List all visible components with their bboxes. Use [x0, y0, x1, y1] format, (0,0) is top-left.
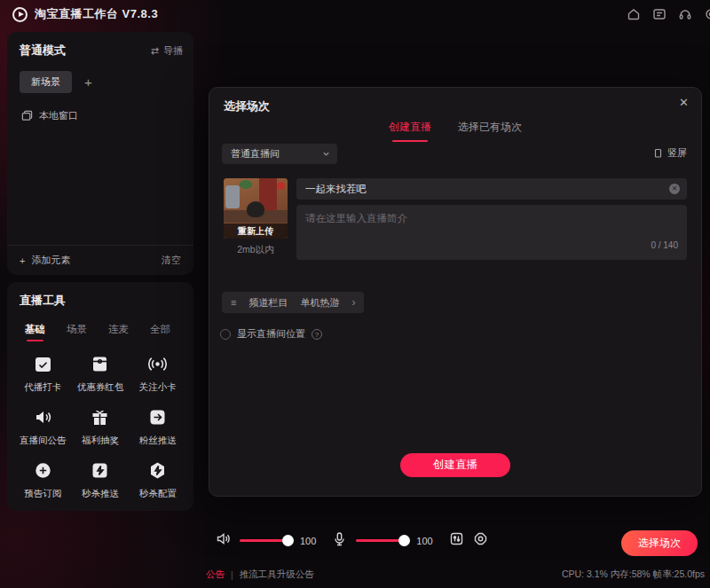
speaker-icon: [33, 407, 53, 427]
source-item-label: 本地窗口: [39, 109, 78, 122]
cover-upload[interactable]: 重新上传: [224, 178, 288, 239]
room-type-select[interactable]: 普通直播间: [222, 144, 337, 164]
director-label: 导播: [163, 44, 183, 58]
mic-slider[interactable]: [356, 535, 407, 547]
status-bar: 公告 | 推流工具升级公告 CPU: 3.1% 内存:58% 帧率:25.0fp…: [206, 568, 705, 581]
add-scene-button[interactable]: +: [84, 74, 92, 90]
create-live-button[interactable]: 创建直播: [400, 453, 510, 477]
director-mode-toggle[interactable]: ⇄ 导播: [151, 44, 183, 58]
tool-checkin[interactable]: 代播打卡: [14, 354, 72, 394]
channel-category-button[interactable]: ≡ 频道栏目 单机热游 ›: [222, 292, 364, 313]
tools-panel-title: 直播工具: [20, 293, 66, 309]
notice-link[interactable]: 推流工具升级公告: [240, 568, 314, 581]
checkbox-circle-icon[interactable]: [220, 329, 231, 340]
settings-icon[interactable]: [704, 7, 710, 21]
add-element-button[interactable]: + 添加元素: [20, 254, 70, 267]
chevron-down-icon: [322, 150, 330, 158]
window-icon: [21, 110, 33, 122]
app-title: 淘宝直播工作台 V7.8.3: [35, 6, 158, 22]
reupload-label[interactable]: 重新上传: [224, 223, 288, 239]
modal-title: 选择场次: [224, 98, 270, 114]
clear-button[interactable]: 清空: [162, 254, 181, 267]
location-label: 显示直播间位置: [237, 327, 305, 341]
volume-slider[interactable]: [240, 535, 291, 547]
channel-label: 频道栏目: [248, 296, 288, 310]
gift-icon: [90, 407, 110, 427]
volume-slider-knob[interactable]: [282, 535, 294, 546]
plus-icon: +: [20, 255, 25, 266]
bolt-square-icon: [90, 460, 110, 481]
microphone-icon[interactable]: [332, 531, 347, 550]
arrow-push-icon: [147, 407, 168, 427]
title-bar: 淘宝直播工作台 V7.8.3: [0, 0, 710, 28]
tool-flash-config[interactable]: 秒杀配置: [129, 460, 186, 500]
tab-create-live[interactable]: 创建直播: [389, 120, 431, 142]
select-session-button[interactable]: 选择场次: [621, 530, 698, 556]
clear-input-icon[interactable]: ✕: [669, 184, 680, 194]
tools-grid: 代播打卡 优惠券红包 关注小卡 直播间公告 福利抽奖 粉丝推送 预告订阅 秒杀: [7, 341, 193, 500]
tool-preview-subscribe[interactable]: 预告订阅: [14, 460, 72, 500]
show-location-checkbox[interactable]: 显示直播间位置 ?: [220, 327, 322, 341]
tool-follow-card[interactable]: 关注小卡: [129, 354, 186, 394]
live-desc-textarea[interactable]: [296, 205, 687, 260]
bolt-hexagon-icon: [147, 460, 168, 481]
mixer-icon[interactable]: [449, 531, 464, 550]
tool-flash-push[interactable]: 秒杀推送: [72, 460, 130, 500]
tab-basic[interactable]: 基础: [25, 323, 45, 341]
room-type-value: 普通直播间: [231, 147, 280, 161]
portrait-mode-toggle[interactable]: 竖屏: [653, 146, 687, 160]
tool-lucky-draw[interactable]: 福利抽奖: [72, 407, 130, 447]
list-icon: ≡: [231, 297, 236, 308]
tab-link-mic[interactable]: 连麦: [108, 323, 129, 341]
volume-icon[interactable]: [216, 531, 231, 550]
tool-fan-push[interactable]: 粉丝推送: [129, 407, 186, 447]
live-tools-panel: 直播工具 基础 场景 连麦 全部 代播打卡 优惠券红包 关注小卡 直播间公告 福…: [7, 282, 193, 511]
tool-coupon-redpacket[interactable]: 优惠券红包: [72, 354, 130, 394]
tab-scene[interactable]: 场景: [67, 323, 87, 341]
scene-tab-new[interactable]: 新场景: [20, 71, 72, 93]
performance-stats: CPU: 3.1% 内存:58% 帧率:25.0fps: [562, 568, 705, 581]
channel-value: 单机热游: [300, 296, 339, 310]
home-icon[interactable]: [627, 7, 641, 21]
char-counter: 0 / 140: [651, 240, 678, 250]
broadcast-icon: [147, 354, 168, 374]
live-title-input[interactable]: [296, 178, 687, 200]
source-item-local-window[interactable]: 本地窗口: [7, 93, 193, 122]
record-settings-icon[interactable]: [473, 531, 488, 550]
headset-icon[interactable]: [678, 7, 692, 21]
chevron-right-icon: ›: [351, 296, 355, 309]
divider: |: [231, 569, 233, 580]
select-session-modal: 选择场次 ✕ 创建直播 选择已有场次 普通直播间 竖屏 重新上传 2mb以内 ✕…: [209, 87, 702, 497]
portrait-screen-icon: [653, 148, 663, 158]
help-icon[interactable]: ?: [312, 329, 322, 340]
mic-value: 100: [416, 536, 432, 546]
tab-existing-session[interactable]: 选择已有场次: [458, 120, 522, 142]
mic-slider-knob[interactable]: [398, 535, 410, 546]
cover-size-hint: 2mb以内: [224, 244, 288, 256]
swap-arrows-icon: ⇄: [151, 45, 159, 57]
message-icon[interactable]: [652, 7, 667, 21]
volume-value: 100: [300, 536, 316, 546]
red-packet-icon: [90, 354, 110, 374]
app-logo-icon: [12, 7, 28, 22]
modal-tab-bar: 创建直播 选择已有场次: [209, 120, 701, 142]
scene-panel-title: 普通模式: [20, 43, 66, 59]
tools-tab-bar: 基础 场景 连麦 全部: [7, 309, 193, 341]
portrait-label: 竖屏: [667, 146, 687, 160]
close-icon[interactable]: ✕: [679, 96, 689, 109]
bottom-control-bar: 100 100: [216, 531, 488, 550]
notice-badge: 公告: [206, 568, 225, 581]
tab-all[interactable]: 全部: [150, 323, 170, 341]
add-element-label: 添加元素: [31, 254, 70, 267]
tool-room-announcement[interactable]: 直播间公告: [14, 407, 72, 447]
calendar-check-icon: [33, 354, 53, 374]
plus-circle-icon: [33, 460, 53, 481]
scene-panel: 普通模式 ⇄ 导播 新场景 + 本地窗口 + 添加元素 清空: [7, 32, 193, 275]
